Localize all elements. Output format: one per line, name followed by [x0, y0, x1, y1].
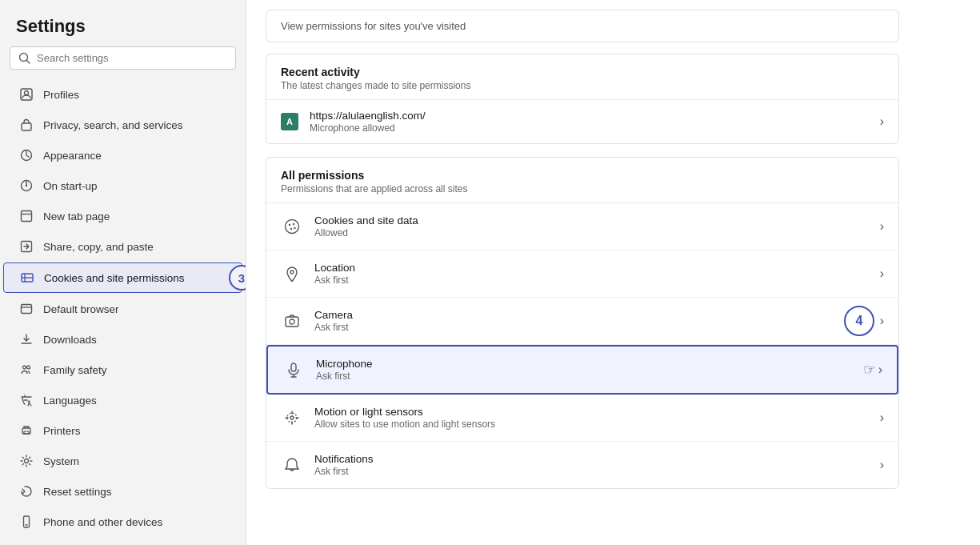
svg-rect-4: [22, 123, 31, 130]
search-box[interactable]: [10, 46, 236, 70]
search-input[interactable]: [37, 52, 227, 64]
perm-row-location[interactable]: Location Ask first ›: [266, 250, 898, 298]
reset-icon: [19, 484, 34, 499]
sidebar-item-appearance[interactable]: Appearance: [3, 141, 242, 170]
appearance-icon: [19, 148, 34, 162]
sidebar-label-phone: Phone and other devices: [43, 516, 162, 528]
recent-activity-row[interactable]: A https://alulaenglish.com/ Microphone a…: [266, 100, 898, 143]
sidebar-label-defaultbrowser: Default browser: [43, 303, 119, 315]
sidebar-item-cookies[interactable]: Cookies and site permissions 3: [3, 262, 242, 293]
motion-chevron: ›: [880, 411, 884, 425]
sidebar-item-languages[interactable]: Languages: [3, 386, 242, 415]
svg-rect-36: [291, 363, 296, 371]
languages-icon: [19, 393, 34, 407]
sidebar-label-profiles: Profiles: [43, 89, 79, 101]
view-permissions-text: View permissions for sites you've visite…: [281, 20, 466, 32]
sidebar-item-reset[interactable]: Reset settings: [3, 477, 242, 506]
sidebar-label-family: Family safety: [43, 364, 107, 376]
perm-row-cookies-data[interactable]: Cookies and site data Allowed ›: [266, 203, 898, 250]
location-title: Location: [314, 262, 874, 274]
svg-point-30: [293, 223, 294, 225]
camera-text: Camera Ask first: [314, 309, 874, 333]
sidebar-item-phone[interactable]: Phone and other devices: [3, 507, 242, 536]
site-favicon: A: [281, 113, 298, 130]
sidebar-item-startup[interactable]: On start-up: [3, 171, 242, 200]
sidebar-label-reset: Reset settings: [43, 486, 112, 498]
system-icon: [19, 454, 34, 468]
cookies-data-icon: [281, 215, 303, 238]
sidebar-item-defaultbrowser[interactable]: Default browser: [3, 295, 242, 323]
step-4-badge: 4: [844, 306, 874, 336]
sidebar-label-system: System: [43, 455, 79, 467]
sidebar-label-languages: Languages: [43, 395, 97, 407]
sidebar-item-about[interactable]: About Microsoft Edge: [3, 538, 242, 545]
phone-icon: [19, 515, 34, 529]
svg-point-40: [287, 413, 297, 423]
location-sub: Ask first: [314, 275, 874, 286]
sidebar-item-profiles[interactable]: Profiles: [3, 80, 242, 109]
downloads-icon: [19, 332, 34, 347]
camera-sub: Ask first: [314, 322, 874, 333]
microphone-title: Microphone: [316, 358, 872, 370]
perm-row-notifications[interactable]: Notifications Ask first ›: [266, 442, 898, 488]
svg-point-3: [25, 91, 29, 95]
svg-rect-9: [22, 211, 32, 222]
all-permissions-subtitle: Permissions that are applied across all …: [281, 183, 884, 194]
sidebar-label-downloads: Downloads: [43, 334, 97, 346]
perm-row-camera[interactable]: Camera Ask first › 4: [266, 298, 898, 345]
location-icon: [281, 262, 303, 285]
svg-point-39: [290, 416, 294, 419]
site-permission-label: Microphone allowed: [310, 122, 874, 134]
svg-rect-34: [286, 317, 298, 327]
sidebar-label-cookies: Cookies and site permissions: [44, 272, 185, 284]
main-content: View permissions for sites you've visite…: [246, 0, 980, 545]
sidebar-item-share[interactable]: Share, copy, and paste: [3, 232, 242, 261]
perm-row-microphone[interactable]: Microphone Ask first › ☞: [266, 345, 898, 395]
svg-point-35: [290, 319, 294, 324]
notifications-icon: [281, 454, 303, 476]
sidebar-item-printers[interactable]: Printers: [3, 416, 242, 445]
activity-text: https://alulaenglish.com/ Microphone all…: [310, 110, 874, 134]
motion-title: Motion or light sensors: [314, 406, 874, 418]
microphone-chevron[interactable]: › ☞: [878, 363, 882, 377]
microphone-text: Microphone Ask first: [316, 358, 872, 382]
svg-point-8: [26, 185, 27, 186]
svg-point-18: [23, 366, 26, 369]
svg-rect-21: [24, 431, 29, 434]
camera-icon: [281, 310, 303, 332]
svg-point-32: [294, 227, 295, 229]
site-url: https://alulaenglish.com/: [310, 110, 874, 122]
view-permissions-strip: View permissions for sites you've visite…: [266, 10, 899, 42]
sidebar-item-newtab[interactable]: New tab page: [3, 202, 242, 230]
search-icon: [18, 52, 30, 64]
recent-activity-subtitle: The latest changes made to site permissi…: [281, 80, 884, 91]
motion-icon: [281, 407, 303, 429]
all-permissions-section: All permissions Permissions that are app…: [266, 157, 899, 489]
sidebar: Settings Profiles Privacy, sear: [0, 0, 246, 545]
notifications-text: Notifications Ask first: [314, 453, 874, 477]
motion-text: Motion or light sensors Allow sites to u…: [314, 406, 874, 430]
sidebar-label-share: Share, copy, and paste: [43, 241, 154, 253]
recent-activity-title: Recent activity: [281, 66, 884, 78]
sidebar-item-system[interactable]: System: [3, 447, 242, 475]
recent-activity-section: Recent activity The latest changes made …: [266, 54, 899, 144]
profile-icon: [19, 87, 34, 102]
cookies-data-chevron: ›: [880, 219, 884, 234]
sidebar-label-privacy: Privacy, search, and services: [43, 119, 183, 131]
perm-row-motion[interactable]: Motion or light sensors Allow sites to u…: [266, 395, 898, 442]
recent-activity-header: Recent activity The latest changes made …: [266, 54, 898, 100]
step-3-badge: 3: [229, 265, 246, 291]
all-permissions-title: All permissions: [281, 169, 884, 182]
svg-point-33: [290, 270, 294, 274]
cookies-data-title: Cookies and site data: [314, 214, 874, 226]
location-chevron: ›: [880, 266, 884, 281]
sidebar-item-family[interactable]: Family safety: [3, 355, 242, 384]
notifications-sub: Ask first: [314, 466, 874, 477]
sidebar-item-downloads[interactable]: Downloads: [3, 325, 242, 354]
share-icon: [19, 239, 34, 254]
cookies-data-text: Cookies and site data Allowed: [314, 214, 874, 238]
newtab-icon: [19, 209, 34, 223]
svg-point-29: [289, 224, 290, 226]
svg-rect-23: [24, 516, 30, 527]
sidebar-item-privacy[interactable]: Privacy, search, and services: [3, 110, 242, 139]
